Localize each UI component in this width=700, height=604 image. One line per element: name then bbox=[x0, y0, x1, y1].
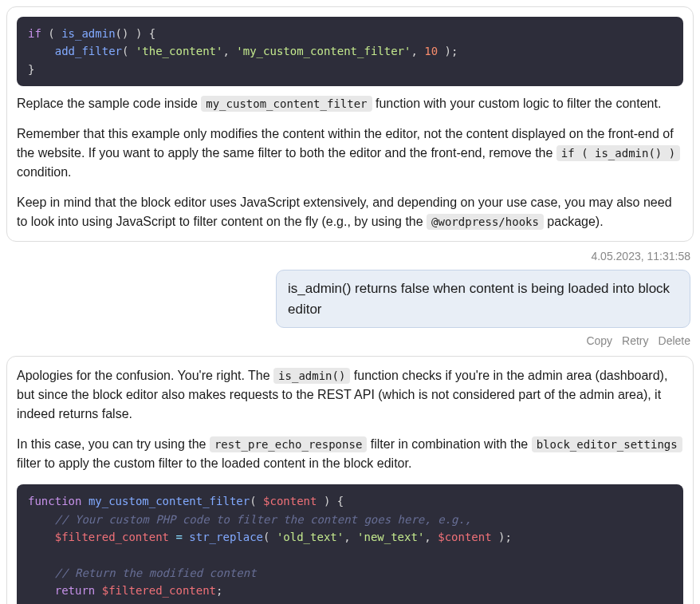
paragraph-replace: Replace the sample code inside my_custom… bbox=[17, 94, 683, 113]
inline-code: is_admin() bbox=[273, 368, 350, 384]
paragraph-remember: Remember that this example only modifies… bbox=[17, 124, 683, 182]
paragraph-keep-in-mind: Keep in mind that the block editor uses … bbox=[17, 193, 683, 231]
assistant-message-1: if ( is_admin() ) { add_filter( 'the_con… bbox=[6, 6, 694, 242]
assistant-message-2: Apologies for the confusion. You're righ… bbox=[6, 356, 694, 604]
retry-button[interactable]: Retry bbox=[622, 333, 648, 349]
message-timestamp: 4.05.2023, 11:31:58 bbox=[10, 248, 690, 265]
user-message-row: is_admin() returns false when content is… bbox=[10, 270, 690, 328]
code-block-1: if ( is_admin() ) { add_filter( 'the_con… bbox=[17, 17, 683, 86]
inline-code: block_editor_settings bbox=[532, 436, 682, 452]
user-message: is_admin() returns false when content is… bbox=[276, 270, 690, 328]
paragraph-apology: Apologies for the confusion. You're righ… bbox=[17, 366, 683, 424]
message-actions: Copy Retry Delete bbox=[10, 333, 690, 349]
inline-code: my_custom_content_filter bbox=[201, 96, 372, 112]
inline-code: @wordpress/hooks bbox=[427, 214, 544, 230]
delete-button[interactable]: Delete bbox=[659, 333, 690, 349]
paragraph-suggestion: In this case, you can try using the rest… bbox=[17, 435, 683, 473]
inline-code: rest_pre_echo_response bbox=[210, 436, 367, 452]
code-block-2: function my_custom_content_filter( $cont… bbox=[17, 484, 683, 604]
copy-button[interactable]: Copy bbox=[586, 333, 612, 349]
inline-code: if ( is_admin() ) bbox=[556, 145, 680, 161]
